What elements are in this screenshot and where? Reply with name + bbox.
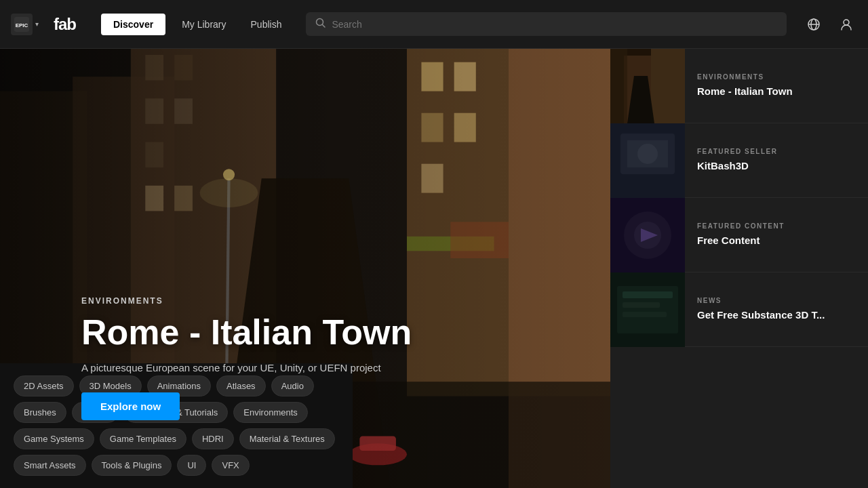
svg-text:fab: fab xyxy=(54,15,76,33)
sidebar-thumb-environments xyxy=(610,49,685,123)
hero-content: ENVIRONMENTS Rome - Italian Town A pictu… xyxy=(81,296,412,420)
hero-category-label: ENVIRONMENTS xyxy=(81,296,412,306)
sidebar-tag-seller: FEATURED SELLER xyxy=(697,148,856,155)
tags-row-2: Game Systems Game Templates HDRI Materia… xyxy=(14,428,339,476)
tag-hdri[interactable]: HDRI xyxy=(192,428,234,449)
svg-rect-50 xyxy=(610,123,685,198)
sidebar-info-news: NEWS Get Free Substance 3D T... xyxy=(685,286,868,333)
sidebar-info-seller: FEATURED SELLER KitBash3D xyxy=(685,137,868,184)
thumb-image-content xyxy=(610,198,685,272)
sidebar-thumb-content xyxy=(610,198,685,272)
sidebar-thumb-news xyxy=(610,272,685,347)
sidebar-title-environments: Rome - Italian Town xyxy=(697,85,856,98)
svg-text:EPIC: EPIC xyxy=(16,22,28,28)
tag-vfx[interactable]: VFX xyxy=(212,455,249,476)
svg-rect-45 xyxy=(610,49,685,123)
globe-icon[interactable] xyxy=(803,14,825,35)
epic-icon: EPIC xyxy=(11,14,33,35)
sidebar-thumb-seller xyxy=(610,123,685,198)
header-icons xyxy=(803,14,857,35)
tag-game-systems[interactable]: Game Systems xyxy=(14,428,94,449)
svg-rect-61 xyxy=(610,272,685,347)
svg-point-8 xyxy=(844,20,849,25)
user-icon[interactable] xyxy=(835,14,857,35)
sidebar-item-news[interactable]: NEWS Get Free Substance 3D T... xyxy=(610,272,868,347)
tag-tools-plugins[interactable]: Tools & Plugins xyxy=(92,455,172,476)
my-library-nav-link[interactable]: My Library xyxy=(174,14,234,35)
epic-games-logo[interactable]: EPIC ▾ xyxy=(11,14,39,35)
publish-nav-link[interactable]: Publish xyxy=(243,14,290,35)
tag-2d-assets[interactable]: 2D Assets xyxy=(14,375,74,396)
sidebar-info-content: FEATURED CONTENT Free Content xyxy=(685,211,868,258)
tag-ui[interactable]: UI xyxy=(177,455,206,476)
sidebar-info-environments: ENVIRONMENTS Rome - Italian Town xyxy=(685,62,868,109)
sidebar-item-environments[interactable]: ENVIRONMENTS Rome - Italian Town xyxy=(610,49,868,123)
chevron-down-icon: ▾ xyxy=(35,20,39,28)
sidebar-item-featured-seller[interactable]: FEATURED SELLER KitBash3D xyxy=(610,123,868,198)
main-content: ENVIRONMENTS Rome - Italian Town A pictu… xyxy=(0,49,868,488)
thumb-image-seller xyxy=(610,123,685,198)
header: EPIC ▾ fab Discover My Library Publish xyxy=(0,0,868,49)
thumb-image-env xyxy=(610,49,685,123)
search-bar xyxy=(306,12,787,36)
sidebar-tag-environments: ENVIRONMENTS xyxy=(697,73,856,81)
search-input[interactable] xyxy=(332,19,777,30)
discover-nav-button[interactable]: Discover xyxy=(101,14,165,35)
sidebar-title-content: Free Content xyxy=(697,234,856,247)
fab-logo: fab xyxy=(52,12,87,37)
tag-brushes[interactable]: Brushes xyxy=(14,402,66,423)
tag-smart-assets[interactable]: Smart Assets xyxy=(14,455,86,476)
sidebar-title-news: Get Free Substance 3D T... xyxy=(697,308,856,322)
svg-line-4 xyxy=(323,25,326,28)
sidebar-tag-content: FEATURED CONTENT xyxy=(697,222,856,230)
svg-rect-55 xyxy=(610,198,685,272)
tag-material-textures[interactable]: Material & Textures xyxy=(239,428,335,449)
explore-now-button[interactable]: Explore now xyxy=(81,392,180,420)
hero-title: Rome - Italian Town xyxy=(81,314,412,351)
sidebar-item-featured-content[interactable]: FEATURED CONTENT Free Content xyxy=(610,198,868,272)
thumb-image-news xyxy=(610,272,685,347)
sidebar-tag-news: NEWS xyxy=(697,297,856,304)
sidebar: ENVIRONMENTS Rome - Italian Town FE xyxy=(610,49,868,488)
search-icon xyxy=(315,18,326,30)
hero-section: ENVIRONMENTS Rome - Italian Town A pictu… xyxy=(0,49,610,488)
sidebar-title-seller: KitBash3D xyxy=(697,159,856,173)
hero-description: A picturesque European scene for your UE… xyxy=(81,362,407,373)
tag-game-templates[interactable]: Game Templates xyxy=(100,428,186,449)
